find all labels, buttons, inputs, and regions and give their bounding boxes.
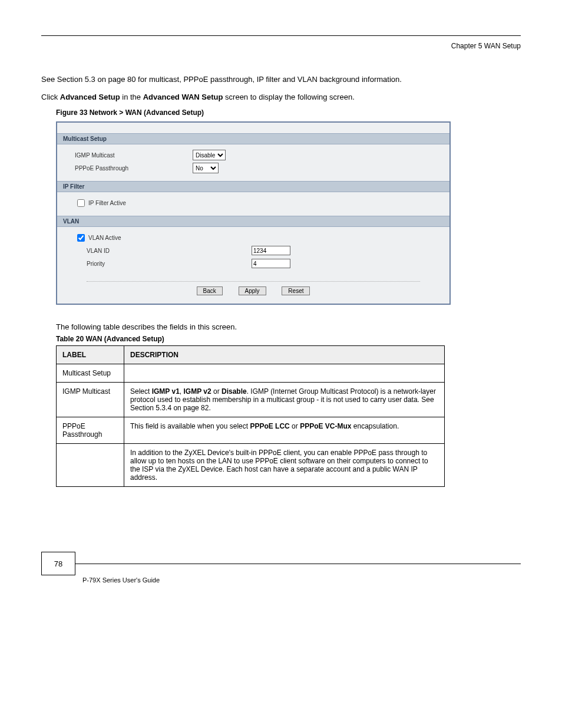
text: , [180, 387, 184, 396]
section-header-multicast: Multicast Setup [57, 133, 449, 144]
screenshot-panel: Multicast Setup IGMP Multicast Disable P… [56, 121, 451, 305]
table-row: Multicast Setup [57, 364, 445, 383]
text: or [290, 422, 300, 430]
text: in the [120, 93, 143, 101]
text-bold: Advanced WAN Setup [143, 93, 223, 101]
cell-desc: Select IGMP v1, IGMP v2 or Disable. IGMP… [124, 383, 445, 417]
cell-label: Multicast Setup [57, 364, 124, 383]
intro-paragraph-1: See Section 5.3 on page 80 for multicast… [41, 74, 521, 85]
figure-caption: Figure 33 Network > WAN (Advanced Setup) [56, 108, 521, 117]
text-bold: PPPoE VC-Mux [300, 422, 351, 430]
text: . [209, 404, 210, 412]
intro-paragraph-2: Click Advanced Setup in the Advanced WAN… [41, 91, 521, 103]
page-number-box: 78 [41, 552, 75, 575]
vlan-active-label: VLAN Active [88, 235, 121, 241]
table-row: IGMP Multicast Select IGMP v1, IGMP v2 o… [57, 383, 445, 417]
text: This field is available when you select [130, 422, 250, 430]
vlan-id-label: VLAN ID [75, 248, 252, 254]
pppoe-passthrough-select[interactable]: No [193, 163, 219, 173]
text: screen to display the following screen. [223, 93, 354, 101]
ip-filter-active-label: IP Filter Active [88, 200, 126, 206]
text: Select [130, 387, 152, 396]
table-caption: Table 20 WAN (Advanced Setup) [56, 335, 521, 343]
table-header-label: LABEL [57, 346, 124, 364]
vlan-active-checkbox[interactable] [77, 234, 85, 242]
text-bold: Disable [222, 387, 247, 396]
text: See [41, 75, 57, 84]
cell-desc [124, 364, 445, 383]
link-text: Section 5.3 on page 80 [57, 75, 136, 84]
footer: 78 P-79X Series User's Guide [41, 552, 521, 584]
igmp-select[interactable]: Disable [193, 150, 226, 160]
link-text: Section 5.3.4 on page 82 [130, 404, 209, 412]
chapter-label: Chapter 5 WAN Setup [41, 42, 521, 50]
footer-rule [75, 564, 521, 564]
back-button[interactable]: Back [197, 286, 223, 295]
cell-label: IGMP Multicast [57, 383, 124, 417]
text: for multicast, PPPoE passthrough, IP fil… [135, 75, 401, 84]
cell-desc: In addition to the ZyXEL Device's built-… [124, 444, 445, 487]
vlan-id-input[interactable] [252, 246, 290, 255]
table-row: In addition to the ZyXEL Device's built-… [57, 444, 445, 487]
text: Click [41, 93, 60, 101]
text: or [211, 387, 222, 396]
text: encapsulation. [351, 422, 399, 430]
priority-input[interactable] [252, 259, 290, 268]
text-bold: PPPoE LCC [250, 422, 289, 430]
section-header-vlan: VLAN [57, 216, 449, 227]
ip-filter-active-checkbox[interactable] [77, 199, 85, 207]
priority-label: Priority [75, 261, 252, 267]
igmp-label: IGMP Multicast [75, 152, 193, 159]
description-table: LABEL DESCRIPTION Multicast Setup IGMP M… [56, 345, 445, 487]
cell-desc: This field is available when you select … [124, 417, 445, 444]
apply-button[interactable]: Apply [239, 286, 266, 295]
pppoe-passthrough-label: PPPoE Passthrough [75, 165, 193, 172]
footer-text: P-79X Series User's Guide [82, 577, 521, 584]
section-header-ipfilter: IP Filter [57, 181, 449, 192]
cell-label [57, 444, 124, 487]
header-rule [41, 35, 521, 36]
table-row: PPPoE Passthrough This field is availabl… [57, 417, 445, 444]
text-bold: IGMP v1 [152, 387, 180, 396]
text-bold: Advanced Setup [60, 93, 120, 101]
table-intro-text: The following table describes the fields… [56, 322, 521, 331]
text-bold: IGMP v2 [184, 387, 211, 396]
table-header-description: DESCRIPTION [124, 346, 445, 364]
reset-button[interactable]: Reset [282, 286, 310, 295]
cell-label: PPPoE Passthrough [57, 417, 124, 444]
